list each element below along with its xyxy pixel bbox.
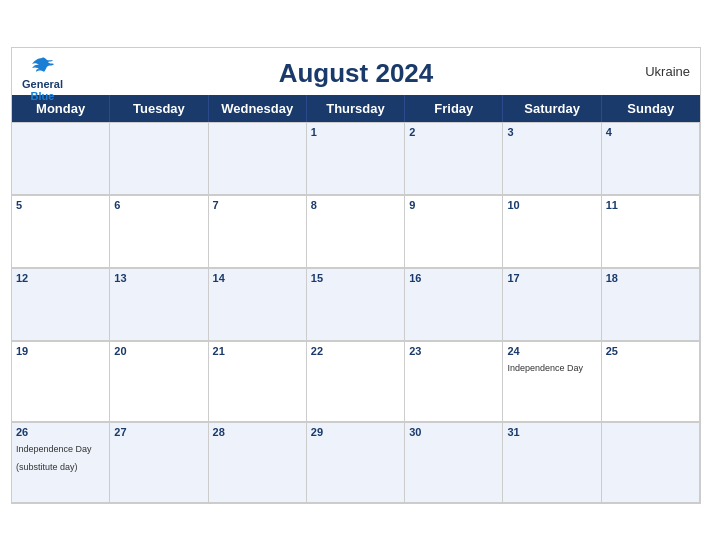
header-friday: Friday bbox=[405, 95, 503, 122]
day-2: 2 bbox=[405, 123, 503, 195]
date-number: 17 bbox=[507, 272, 596, 284]
calendar: General Blue August 2024 Ukraine Monday … bbox=[11, 47, 701, 504]
date-number: 21 bbox=[213, 345, 302, 357]
day-28: 28 bbox=[209, 423, 307, 503]
week-row-4: 19 20 21 22 23 24 Independence Day 25 bbox=[12, 342, 700, 423]
day-27: 27 bbox=[110, 423, 208, 503]
header-wednesday: Wednesday bbox=[209, 95, 307, 122]
day-11: 11 bbox=[602, 196, 700, 268]
calendar-grid: 1 2 3 4 5 6 7 8 9 10 11 12 13 14 15 16 1… bbox=[12, 122, 700, 503]
date-number: 5 bbox=[16, 199, 105, 211]
day-12: 12 bbox=[12, 269, 110, 341]
date-number: 6 bbox=[114, 199, 203, 211]
logo-blue-text: Blue bbox=[31, 90, 55, 102]
date-number: 28 bbox=[213, 426, 302, 438]
day-21: 21 bbox=[209, 342, 307, 422]
calendar-header: General Blue August 2024 Ukraine bbox=[12, 48, 700, 95]
day-22: 22 bbox=[307, 342, 405, 422]
day-20: 20 bbox=[110, 342, 208, 422]
date-number: 20 bbox=[114, 345, 203, 357]
day-cell bbox=[209, 123, 307, 195]
day-31: 31 bbox=[503, 423, 601, 503]
day-5: 5 bbox=[12, 196, 110, 268]
header-tuesday: Tuesday bbox=[110, 95, 208, 122]
date-number: 8 bbox=[311, 199, 400, 211]
logo-general-text: General bbox=[22, 78, 63, 90]
day-3: 3 bbox=[503, 123, 601, 195]
date-number: 23 bbox=[409, 345, 498, 357]
date-number: 29 bbox=[311, 426, 400, 438]
country-label: Ukraine bbox=[645, 64, 690, 79]
date-number: 1 bbox=[311, 126, 400, 138]
day-10: 10 bbox=[503, 196, 601, 268]
day-29: 29 bbox=[307, 423, 405, 503]
header-saturday: Saturday bbox=[503, 95, 601, 122]
day-26: 26 Independence Day (substitute day) bbox=[12, 423, 110, 503]
date-number: 24 bbox=[507, 345, 596, 357]
day-cell bbox=[12, 123, 110, 195]
week-row-5: 26 Independence Day (substitute day) 27 … bbox=[12, 423, 700, 503]
day-1: 1 bbox=[307, 123, 405, 195]
day-8: 8 bbox=[307, 196, 405, 268]
day-cell bbox=[110, 123, 208, 195]
day-17: 17 bbox=[503, 269, 601, 341]
header-sunday: Sunday bbox=[602, 95, 700, 122]
day-24: 24 Independence Day bbox=[503, 342, 601, 422]
date-number: 26 bbox=[16, 426, 105, 438]
day-19: 19 bbox=[12, 342, 110, 422]
date-number: 22 bbox=[311, 345, 400, 357]
day-14: 14 bbox=[209, 269, 307, 341]
event-independence-day: Independence Day bbox=[507, 363, 583, 373]
day-6: 6 bbox=[110, 196, 208, 268]
logo-bird-icon bbox=[28, 56, 56, 76]
days-of-week-header: Monday Tuesday Wednesday Thursday Friday… bbox=[12, 95, 700, 122]
date-number: 11 bbox=[606, 199, 695, 211]
date-number: 4 bbox=[606, 126, 695, 138]
date-number: 14 bbox=[213, 272, 302, 284]
day-25: 25 bbox=[602, 342, 700, 422]
day-empty-end bbox=[602, 423, 700, 503]
date-number: 12 bbox=[16, 272, 105, 284]
logo: General Blue bbox=[22, 56, 63, 102]
day-9: 9 bbox=[405, 196, 503, 268]
date-number: 7 bbox=[213, 199, 302, 211]
date-number: 10 bbox=[507, 199, 596, 211]
calendar-title: August 2024 bbox=[32, 58, 680, 89]
date-number: 9 bbox=[409, 199, 498, 211]
day-7: 7 bbox=[209, 196, 307, 268]
week-row-2: 5 6 7 8 9 10 11 bbox=[12, 196, 700, 269]
day-18: 18 bbox=[602, 269, 700, 341]
date-number: 25 bbox=[606, 345, 695, 357]
day-15: 15 bbox=[307, 269, 405, 341]
header-thursday: Thursday bbox=[307, 95, 405, 122]
date-number: 30 bbox=[409, 426, 498, 438]
date-number: 16 bbox=[409, 272, 498, 284]
day-13: 13 bbox=[110, 269, 208, 341]
date-number: 19 bbox=[16, 345, 105, 357]
event-independence-substitute: Independence Day (substitute day) bbox=[16, 444, 92, 472]
day-4: 4 bbox=[602, 123, 700, 195]
day-16: 16 bbox=[405, 269, 503, 341]
date-number: 3 bbox=[507, 126, 596, 138]
week-row-3: 12 13 14 15 16 17 18 bbox=[12, 269, 700, 342]
date-number: 31 bbox=[507, 426, 596, 438]
week-row-1: 1 2 3 4 bbox=[12, 123, 700, 196]
date-number: 13 bbox=[114, 272, 203, 284]
date-number: 27 bbox=[114, 426, 203, 438]
date-number: 2 bbox=[409, 126, 498, 138]
date-number: 18 bbox=[606, 272, 695, 284]
day-30: 30 bbox=[405, 423, 503, 503]
day-23: 23 bbox=[405, 342, 503, 422]
date-number: 15 bbox=[311, 272, 400, 284]
